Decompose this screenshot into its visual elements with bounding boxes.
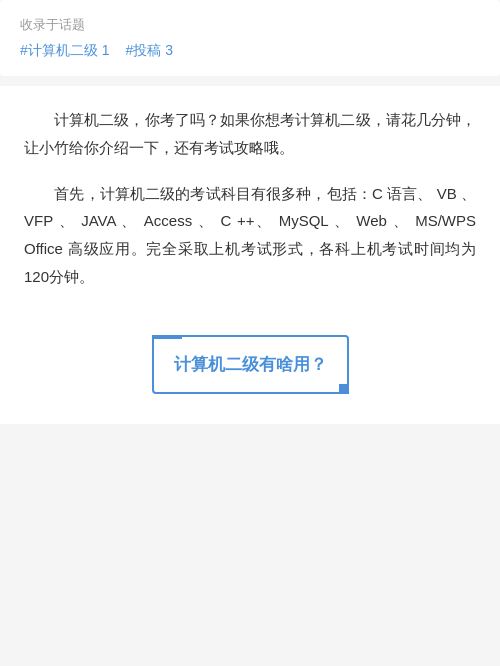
highlight-box[interactable]: 计算机二级有啥用？ [152,335,349,394]
topic-card: 收录于话题 #计算机二级 1 #投稿 3 [0,0,500,76]
topic-tags: #计算机二级 1 #投稿 3 [20,42,480,60]
topic-tag-computer[interactable]: #计算机二级 1 [20,42,109,60]
highlight-box-text: 计算机二级有啥用？ [174,355,327,374]
paragraph-intro: 计算机二级，你考了吗？如果你想考计算机二级，请花几分钟，让小竹给你介绍一下，还有… [24,106,476,162]
paragraph-subjects: 首先，计算机二级的考试科目有很多种，包括：C 语言、 VB 、 VFP 、 JA… [24,180,476,291]
page-container: 收录于话题 #计算机二级 1 #投稿 3 计算机二级，你考了吗？如果你想考计算机… [0,0,500,666]
content-card: 计算机二级，你考了吗？如果你想考计算机二级，请花几分钟，让小竹给你介绍一下，还有… [0,86,500,424]
highlight-section: 计算机二级有啥用？ [24,311,476,394]
topic-label: 收录于话题 [20,16,480,34]
topic-tag-submission[interactable]: #投稿 3 [125,42,172,60]
